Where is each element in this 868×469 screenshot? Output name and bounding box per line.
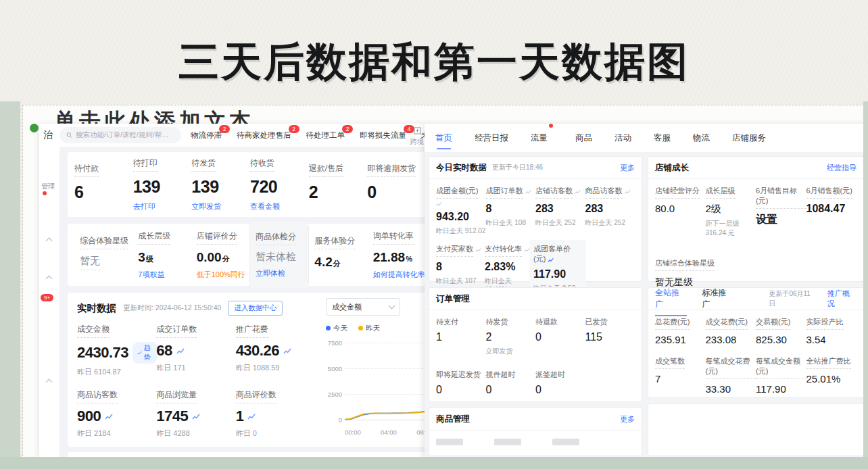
search-icon — [66, 132, 72, 139]
search-input[interactable]: 搜索功能/订单/课程/规则/帮助/服务 — [59, 127, 181, 143]
stat-to-ship: 待发货 139 立即发货 — [191, 157, 250, 212]
business-guide-link[interactable]: 经营指导 — [827, 163, 857, 173]
more-link[interactable]: 更多 — [620, 414, 635, 424]
topnav-logistics-stalled[interactable]: 物流停滞 2 — [191, 130, 222, 141]
badge-count: 2 — [289, 125, 299, 133]
go-print-link[interactable]: 去打印 — [133, 201, 192, 212]
ship-now-link[interactable]: 立即发货 — [486, 347, 536, 356]
tab-home[interactable]: 首页 — [435, 124, 452, 152]
data-center-button[interactable]: 进入数据中心 — [228, 301, 283, 316]
realtime-chart: 成交金额 今天 昨天 7500 5000 2500 0 — [326, 298, 426, 426]
stat-shop-star: 店铺综合体验星级 暂无星级 — [648, 241, 863, 289]
trend-icon[interactable] — [176, 347, 185, 355]
stat-product-check: 商品体检分 暂未体检 立即体检 — [249, 222, 308, 288]
tab-activities[interactable]: 活动 — [614, 124, 631, 152]
stat-order-count: 成交订单数 68 昨日 171 — [156, 324, 235, 377]
stat-awaiting-refund: 待退款 0 — [535, 317, 585, 356]
promo-overview-link[interactable]: 推广概况 — [827, 289, 857, 309]
trend-icon[interactable] — [283, 347, 291, 355]
notification-dot — [43, 191, 47, 195]
stat-group-amount: 成团金额(元) 943.20 昨日全天 912.02 — [436, 186, 486, 236]
trend-icon[interactable] — [575, 189, 581, 195]
stat-roi: 实际投产比 3.54 — [806, 317, 857, 345]
dashboard-screenshot-day3: 治 搜索功能/订单/课程/规则/帮助/服务 物流停滞 2 待商家处理售后 2 待… — [39, 124, 426, 460]
badge-count: 2 — [342, 125, 353, 133]
rights-link[interactable]: 7项权益 — [138, 270, 191, 280]
trend-icon[interactable] — [625, 189, 631, 195]
trend-badge[interactable]: 趋势 — [132, 342, 158, 364]
dashboard-screenshot-day1: 首页 经营日报 流量 商品 活动 客服 物流 店铺服务 今日实时数据 更新于今日… — [425, 124, 868, 460]
more-link[interactable]: 更多 — [620, 163, 635, 173]
x-axis-labels: 00:00 04:00 08:00 — [345, 428, 426, 436]
topnav-traffic-loss[interactable]: 即将损失流量 4 — [360, 130, 406, 141]
stat-deal-count: 成交笔数 7 — [655, 356, 706, 395]
tab-shop-services[interactable]: 店铺服务 — [732, 124, 766, 152]
corner-label: 跨境 — [410, 137, 425, 147]
sidebar-item-manage[interactable]: 管理 — [41, 182, 59, 199]
set-target-link[interactable]: 设置 — [756, 213, 806, 227]
clipped-label-placeholder — [494, 439, 521, 445]
tab-traffic[interactable]: 流量 — [531, 124, 553, 152]
clipped-label-placeholder — [436, 439, 463, 445]
stat-shipped: 已发货 115 — [585, 317, 635, 356]
improve-conversion-link[interactable]: 如何提高转化率 — [373, 270, 426, 280]
realtime-title: 实时数据 — [77, 302, 116, 315]
stat-delivery-timeout: 派签超时 0 — [535, 370, 585, 396]
today-realtime-card: 今日实时数据 更新于今日18:46 更多 成团金额(元) 943.20 昨日全天… — [429, 156, 642, 282]
chevron-up-icon[interactable] — [46, 276, 53, 282]
check-now-link[interactable]: 立即体检 — [256, 268, 308, 278]
corner-widget[interactable]: 跨境 — [410, 125, 425, 147]
shop-growth-card: 店铺成长 经营指导 店铺经营评分 80.0 成长层级 2级 — [648, 156, 864, 282]
tab-service[interactable]: 客服 — [654, 124, 671, 152]
stat-spend-per-deal: 每笔成交花费(元) 33.30 — [706, 356, 756, 395]
tab-sitewide-promo[interactable]: 全站推广 — [655, 287, 687, 310]
stat-transaction-amount: 交易额(元) 825.30 — [756, 317, 806, 345]
matte-right — [863, 101, 868, 469]
trend-icon[interactable] — [548, 257, 554, 263]
stat-growth-level: 成长层级 2级 距下一层级 316.24 元 — [706, 186, 756, 238]
stat-inquiry-conversion: 询单转化率 21.88% 如何提高转化率 — [368, 221, 426, 289]
chevron-up-icon[interactable] — [46, 238, 53, 245]
stat-awaiting-shipment: 待发货 2 立即发货 — [486, 317, 536, 356]
view-amount-link[interactable]: 查看金额 — [250, 201, 309, 212]
stat-experience-star: 综合体验星级 暂无 — [74, 226, 132, 285]
topnav-aftersale-pending[interactable]: 待商家处理售后 2 — [237, 130, 291, 141]
stat-promo-spend: 推广花费 430.26 昨日 1088.59 — [236, 324, 315, 377]
tab-standard-promo[interactable]: 标准推广 — [702, 287, 733, 310]
ship-now-link[interactable]: 立即发货 — [191, 201, 250, 212]
stat-amount-per-deal: 每笔成交金额(元) 117.90 — [756, 356, 806, 395]
promotion-card: 全站推广 标准推广 更新于06月11日 推广概况 总花费(元) 235.91 成… — [648, 287, 864, 398]
trend-icon[interactable] — [475, 247, 481, 253]
metric-select[interactable]: 成交金额 — [326, 298, 400, 316]
trend-icon[interactable] — [105, 412, 113, 420]
slide-canvas: 三天后数据和第一天数据图 单击此处添加文本 治 搜索功能/订单/课程/规则/帮助… — [0, 0, 868, 469]
tab-logistics[interactable]: 物流 — [693, 124, 710, 152]
below-peers-warning: 低于100%同行 — [197, 270, 249, 280]
left-topbar: 治 搜索功能/订单/课程/规则/帮助/服务 物流停滞 2 待商家处理售后 2 待… — [39, 124, 426, 147]
legend-dot-today — [326, 326, 331, 330]
stat-pending-payment: 待付款 6 — [74, 163, 133, 207]
trend-icon[interactable] — [247, 412, 256, 420]
topnav-workorder-pending[interactable]: 待处理工单 2 — [306, 130, 345, 141]
trend-lines — [345, 343, 426, 420]
search-placeholder: 搜索功能/订单/课程/规则/帮助/服务 — [76, 130, 174, 140]
chevron-up-icon[interactable] — [46, 379, 53, 386]
trend-icon[interactable] — [192, 412, 200, 420]
shop-health-card: 综合体验星级 暂无 成长层级 3级 7项权益 店铺评价分 0.00分 低于100… — [68, 224, 426, 286]
tab-products[interactable]: 商品 — [575, 124, 592, 152]
product-management-card: 商品管理 更多 — [429, 408, 642, 456]
tab-daily-report[interactable]: 经营日报 — [475, 124, 508, 152]
stat-shop-visitors: 店铺访客数 283 昨日全天 252 — [535, 186, 585, 236]
realtime-data-card: 实时数据 更新时间: 2024-06-12 15:50:40 进入数据中心 成交… — [68, 293, 426, 447]
left-content: 待付款 6 待打印 139 去打印 待发货 139 立即发货 待收货 720 — [59, 147, 426, 460]
todo-stats-card: 待付款 6 待打印 139 去打印 待发货 139 立即发货 待收货 720 — [68, 152, 426, 217]
bullet-dot — [30, 124, 39, 132]
stat-overdue-ship: 即将逾期发货 0 — [367, 163, 426, 207]
stat-awaiting-payment: 待支付 1 — [436, 317, 486, 356]
matte-bottom — [0, 457, 868, 469]
left-mini-sidebar: 管理 9+ — [39, 147, 60, 460]
legend-dot-yesterday — [358, 326, 363, 330]
trend-icon[interactable] — [525, 189, 531, 195]
trend-icon[interactable] — [436, 201, 442, 207]
matte-left — [0, 101, 20, 469]
